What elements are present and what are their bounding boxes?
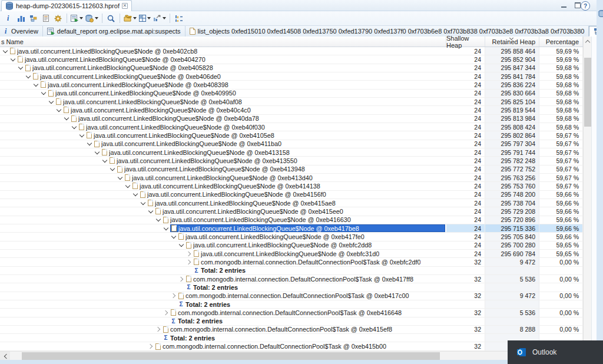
chevron-collapsed-icon[interactable] [171,293,177,299]
chevron-expanded-icon[interactable] [178,242,184,248]
tree-row[interactable]: java.util.concurrent.LinkedBlockingQueue… [0,98,583,106]
chevron-expanded-icon[interactable] [2,48,8,54]
vertical-scrollbar[interactable] [583,37,591,351]
horizontal-scrollbar[interactable] [0,351,583,360]
tree-row[interactable]: java.util.concurrent.LinkedBlockingQueue… [0,55,583,64]
chevron-expanded-icon[interactable] [87,141,92,147]
column-header-shallow-heap[interactable]: Shallow Heap [446,37,485,47]
tab-overview[interactable]: iOverview [0,26,43,37]
tree-row[interactable]: java.util.concurrent.LinkedBlockingQueue… [0,123,583,131]
chevron-expanded-icon[interactable] [155,217,161,223]
tree-row[interactable]: java.util.concurrent.LinkedBlockingQueue… [0,199,583,207]
chevron-expanded-icon[interactable] [64,115,69,121]
chevron-expanded-icon[interactable] [71,124,77,130]
chevron-expanded-icon[interactable] [56,107,62,113]
tree-row[interactable]: java.util.concurrent.LinkedBlockingQueue… [0,191,583,199]
tree-row-total[interactable]: ΣTotal: 2 entries [0,283,583,292]
close-icon[interactable]: ✕ [122,3,128,9]
vertical-scroll-thumb[interactable] [584,58,591,127]
dominator-tree-button[interactable] [27,12,39,25]
column-header-name[interactable]: s Name [0,37,446,47]
tree-row[interactable]: java.util.concurrent.LinkedBlockingQueue… [0,72,583,81]
column-header-retained-heap[interactable]: Retained Heap [485,37,539,47]
tree-row[interactable]: com.mongodb.internal.connection.DefaultC… [0,309,583,317]
tree-row[interactable]: java.util.concurrent.LinkedBlockingQueue… [0,224,583,233]
tree-row-total[interactable]: ΣTotal: 2 entries [0,334,583,342]
chevron-collapsed-icon[interactable] [163,310,169,316]
tree-row[interactable]: java.util.concurrent.LinkedBlockingQueue… [0,233,583,241]
gear-button[interactable] [52,12,64,25]
chevron-expanded-icon[interactable] [48,99,54,105]
tab-default_report[interactable]: default_report org.eclipse.mat.api:suspe… [43,26,185,37]
info-button[interactable]: i [2,12,15,25]
oql-button[interactable] [39,12,52,25]
tree-row[interactable]: java.util.concurrent.LinkedBlockingQueue… [0,47,583,55]
dropdown-arrow-icon[interactable] [95,17,98,19]
tree-row[interactable]: java.util.concurrent.LinkedBlockingQueue… [0,166,583,174]
chevron-expanded-icon[interactable] [132,191,138,197]
tree-row[interactable]: com.mongodb.internal.connection.DefaultC… [0,258,583,266]
export-button[interactable] [152,12,167,25]
editor-tab-heap-dump[interactable]: heap-dump-20230615-112603.hprof ✕ [1,0,132,11]
chevron-collapsed-icon[interactable] [178,276,184,282]
tab-list_objects[interactable]: list_objects 0xfed15010 0xfed14508 0xfed… [185,26,589,37]
dropdown-arrow-icon[interactable] [147,17,151,19]
tree-row[interactable]: java.util.concurrent.LinkedBlockingQueue… [0,148,583,157]
chevron-expanded-icon[interactable] [125,183,131,189]
tree-row[interactable]: com.mongodb.internal.connection.DefaultC… [0,342,583,350]
tree-row[interactable]: java.util.concurrent.LinkedBlockingQueue… [0,140,583,148]
scroll-up-button[interactable] [584,37,592,46]
tree-row[interactable]: java.util.concurrent.LinkedBlockingQueue… [0,182,583,190]
tree-row[interactable]: java.util.concurrent.LinkedBlockingQueue… [0,157,583,165]
chevron-collapsed-icon[interactable] [155,326,161,332]
tree-row[interactable]: java.util.concurrent.LinkedBlockingQueue… [0,250,583,258]
chevron-expanded-icon[interactable] [140,200,146,206]
chevron-expanded-icon[interactable] [163,226,169,231]
chevron-expanded-icon[interactable] [148,209,154,214]
tree-row[interactable]: java.util.concurrent.LinkedBlockingQueue… [0,81,583,89]
tree-row-total[interactable]: ΣTotal: 2 entries [0,300,583,309]
chevron-collapsed-icon[interactable] [186,259,192,265]
tree-row[interactable]: com.mongodb.internal.connection.DefaultC… [0,326,583,334]
chevron-expanded-icon[interactable] [94,150,100,155]
tree-row[interactable]: java.util.concurrent.LinkedBlockingQueue… [0,131,583,140]
tree-row-total[interactable]: ΣTotal: 2 entries [0,317,583,326]
chevron-expanded-icon[interactable] [110,166,115,172]
minimized-view-icon[interactable] [598,9,603,18]
tree-row[interactable]: java.util.concurrent.LinkedBlockingQueue… [0,64,583,72]
search-button[interactable] [105,12,117,25]
tree-row[interactable]: com.mongodb.internal.connection.DefaultC… [0,292,583,300]
outlook-notification-popup[interactable]: Outlook [508,340,603,364]
tree-row[interactable]: java.util.concurrent.LinkedBlockingQueue… [0,207,583,216]
chevron-collapsed-icon[interactable] [186,251,192,257]
tree-row[interactable]: com.mongodb.internal.connection.DefaultC… [0,275,583,283]
compare-button[interactable] [173,12,185,25]
tree-row[interactable]: java.util.concurrent.LinkedBlockingQueue… [0,115,583,123]
chevron-expanded-icon[interactable] [18,65,24,71]
calculator-button[interactable] [138,12,152,25]
chevron-collapsed-icon[interactable] [148,343,154,349]
tree-row[interactable]: java.util.concurrent.LinkedBlockingQueue… [0,90,583,98]
column-header-percentage[interactable]: Percentage [539,37,583,47]
minimize-button[interactable] [559,1,568,8]
tree-row-total[interactable]: ΣTotal: 2 entries [0,267,583,275]
query-browser-button[interactable] [84,12,100,25]
chevron-expanded-icon[interactable] [10,57,16,62]
chevron-expanded-icon[interactable] [171,234,177,240]
dropdown-arrow-icon[interactable] [133,17,137,19]
dropdown-arrow-icon[interactable] [163,17,166,19]
histogram-button[interactable] [15,12,27,25]
tree-row[interactable]: java.util.concurrent.LinkedBlockingQueue… [0,106,583,114]
run-report-button[interactable] [69,12,84,25]
dropdown-arrow-icon[interactable] [79,17,83,19]
chevron-expanded-icon[interactable] [25,74,31,80]
help-button[interactable]: ? [581,1,590,11]
horizontal-scroll-thumb[interactable] [22,352,440,360]
group-by-button[interactable] [122,12,138,25]
chevron-expanded-icon[interactable] [79,133,85,138]
tree-row[interactable]: java.util.concurrent.LinkedBlockingQueue… [0,174,583,182]
chevron-expanded-icon[interactable] [117,175,123,181]
chevron-expanded-icon[interactable] [41,90,47,96]
scroll-left-button[interactable] [0,352,10,360]
chevron-expanded-icon[interactable] [33,82,39,88]
